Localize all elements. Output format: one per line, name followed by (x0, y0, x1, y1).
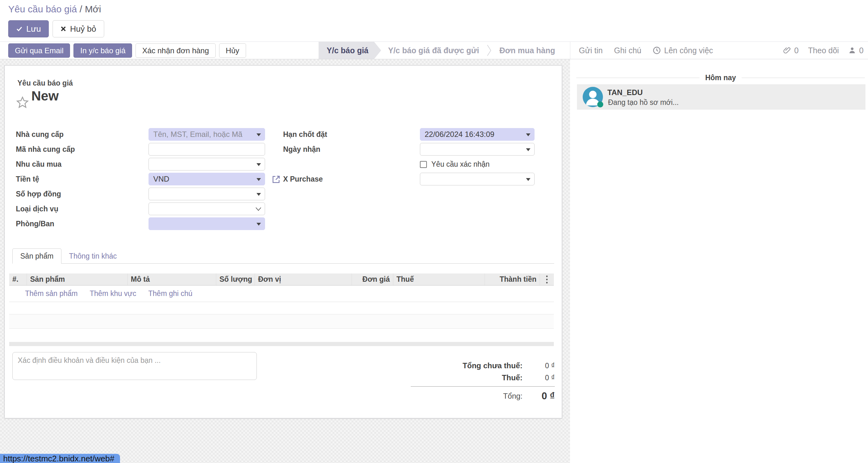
chatter-toolbar: Gửi tin Ghi chú Lên công việc 0 Theo dõi (579, 42, 864, 59)
check-icon (16, 26, 23, 32)
vendor-code-input[interactable] (149, 143, 265, 155)
service-type-select[interactable] (149, 203, 265, 215)
field-contract-number: Số hợp đồng (13, 187, 276, 202)
x-purchase-input[interactable] (420, 173, 534, 185)
field-vendor-label: Nhà cung cấp (16, 128, 64, 141)
currency-input[interactable]: VND (149, 173, 265, 185)
field-department: Phòng/Ban (13, 217, 276, 232)
vendor-input[interactable]: Tên, MST, Email, hoặc Mã (149, 128, 265, 141)
tab-other-info[interactable]: Thông tin khác (61, 249, 124, 263)
col-quantity[interactable]: Số lượng (216, 273, 255, 285)
person-icon (848, 47, 856, 54)
caret-down-icon (526, 148, 530, 151)
star-icon[interactable] (16, 96, 29, 109)
caret-down-icon (256, 163, 261, 166)
control-row: Gửi qua Email In y/c báo giá Xác nhận đơ… (0, 41, 868, 59)
field-vendor-code-label: Mã nhà cung cấp (16, 143, 75, 156)
statusbar: Y/c báo giá Y/c báo giá đã được gửi Đơn … (318, 42, 562, 59)
save-button-label: Lưu (26, 24, 41, 34)
col-uom[interactable]: Đơn vị (255, 273, 352, 285)
grand-total-label: Tổng: (503, 392, 523, 401)
confirmation-required-label: Yêu cầu xác nhận (431, 160, 490, 169)
breadcrumb-parent-link[interactable]: Yêu cầu báo giá (8, 4, 77, 14)
x-icon (61, 26, 66, 32)
record-action-buttons: Lưu Huỷ bỏ (8, 20, 104, 37)
add-product-link[interactable]: Thêm sản phẩm (25, 289, 78, 298)
untaxed-total-label: Tổng chưa thuế: (463, 361, 523, 370)
send-by-email-button[interactable]: Gửi qua Email (8, 44, 70, 58)
horizontal-scrollbar[interactable] (9, 342, 554, 346)
caret-down-icon (526, 134, 530, 136)
send-message-button[interactable]: Gửi tin (579, 46, 602, 55)
field-currency: Tiền tệ VND (13, 172, 276, 187)
contract-number-input[interactable] (149, 187, 265, 200)
form-sheet: Yêu cầu báo giá New Nhà cung cấp Tên, MS… (4, 65, 562, 418)
discard-button[interactable]: Huỷ bỏ (53, 20, 104, 37)
breadcrumb: Yêu cầu báo giá / Mới (8, 4, 101, 15)
confirmation-required-checkbox[interactable] (420, 161, 427, 168)
notebook-tabs: Sản phẩm Thông tin khác (12, 249, 554, 264)
chevron-down-icon (255, 207, 261, 211)
order-deadline-input[interactable]: 22/06/2024 16:43:09 (420, 128, 534, 141)
cancel-button[interactable]: Hủy (219, 44, 246, 58)
empty-table-band (9, 314, 554, 329)
message-body: Đang tạo hồ sơ mới... (608, 98, 679, 107)
attachments-button[interactable]: 0 (783, 46, 799, 55)
caret-down-icon (256, 193, 261, 196)
follow-button[interactable]: Theo dõi (808, 46, 839, 55)
schedule-activity-button[interactable]: Lên công việc (653, 46, 713, 55)
field-receipt-date: Ngày nhận (279, 143, 551, 157)
field-confirmation-required: Yêu cầu xác nhận (279, 157, 551, 172)
terms-textarea[interactable] (12, 352, 257, 380)
external-link-icon[interactable] (272, 175, 281, 184)
followers-count: 0 (859, 46, 864, 55)
message-author: TAN_EDU (608, 88, 643, 97)
print-rfq-button[interactable]: In y/c báo giá (73, 44, 132, 58)
tax-total-row: Thuế: 0 ₫ (377, 372, 555, 384)
workflow-buttons: Gửi qua Email In y/c báo giá Xác nhận đơ… (8, 44, 246, 58)
col-unit-price[interactable]: Đơn giá (352, 273, 393, 285)
paperclip-icon (783, 46, 791, 55)
tax-total-value: 0 ₫ (532, 374, 555, 382)
statusbar-stage-purchase-order[interactable]: Đơn mua hàng (492, 46, 562, 55)
fields-left-column: Nhà cung cấp Tên, MST, Email, hoặc Mã Mã… (13, 128, 276, 232)
field-vendor: Nhà cung cấp Tên, MST, Email, hoặc Mã (13, 128, 276, 143)
chatter-message[interactable]: TAN_EDU Đang tạo hồ sơ mới... (577, 84, 865, 110)
field-service-type: Loại dịch vụ (13, 202, 276, 217)
caret-down-icon (256, 178, 261, 181)
tax-total-label: Thuế: (502, 373, 523, 382)
fields-right-column: Hạn chốt đặt 22/06/2024 16:43:09 Ngày nh… (279, 128, 551, 187)
statusbar-stage-rfq-sent[interactable]: Y/c báo giá đã được gửi (381, 46, 486, 55)
col-subtotal[interactable]: Thành tiền (485, 273, 540, 285)
tab-products[interactable]: Sản phẩm (12, 249, 61, 264)
url-status-tooltip: https://testmc2.bnidx.net/web# (0, 454, 120, 463)
caret-down-icon (526, 178, 530, 181)
col-product[interactable]: Sản phẩm (27, 273, 128, 285)
record-title: New (31, 88, 59, 104)
department-input[interactable] (149, 218, 265, 230)
column-options-button[interactable] (540, 273, 554, 285)
untaxed-total-value: 0 ₫ (532, 361, 555, 370)
followers-button[interactable]: 0 (848, 46, 864, 55)
confirm-order-button[interactable]: Xác nhận đơn hàng (135, 44, 216, 58)
receipt-date-input[interactable] (420, 143, 534, 155)
col-description[interactable]: Mô tả (128, 273, 216, 285)
grand-total-value: 0 ₫ (532, 390, 555, 402)
kebab-icon (546, 276, 548, 284)
order-lines-table: #. Sản phẩm Mô tả Số lượng Đơn vị Đơn gi… (9, 273, 554, 302)
attachments-count: 0 (794, 46, 799, 55)
save-button[interactable]: Lưu (8, 20, 49, 37)
add-note-link[interactable]: Thêm ghi chú (148, 289, 192, 298)
statusbar-stage-rfq[interactable]: Y/c báo giá (318, 42, 381, 59)
avatar (583, 87, 603, 107)
field-order-deadline-label: Hạn chốt đặt (283, 128, 327, 141)
col-tax[interactable]: Thuế (393, 273, 485, 285)
date-divider-label: Hôm nay (705, 74, 736, 82)
panel-divider (570, 42, 570, 59)
add-section-link[interactable]: Thêm khu vực (90, 289, 136, 298)
purchase-need-input[interactable] (149, 158, 265, 171)
field-vendor-code: Mã nhà cung cấp (13, 143, 276, 157)
col-index[interactable]: #. (9, 273, 27, 285)
field-x-purchase: X Purchase (279, 172, 551, 187)
log-note-button[interactable]: Ghi chú (614, 46, 641, 55)
